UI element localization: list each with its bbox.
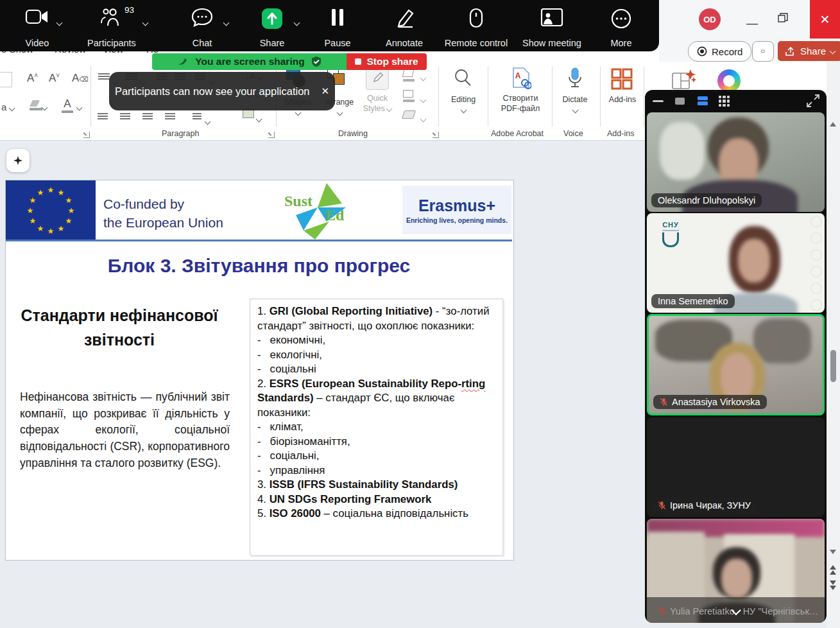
annotate-button[interactable]: Annotate [380,0,429,51]
scroll-down-arrow[interactable] [830,550,836,554]
university-logo: СНУ [662,221,679,249]
account-avatar[interactable]: OD [699,8,721,30]
create-pdf-button[interactable]: Створити PDF-файл [494,94,547,114]
restore-button[interactable] [778,13,788,26]
previous-slide-button[interactable] [830,565,836,575]
change-case-button[interactable]: a [1,101,14,112]
svg-text:★: ★ [68,206,75,215]
justify-button[interactable] [165,113,175,121]
font-dialog-launcher[interactable] [83,132,90,138]
shape-effects-button[interactable] [403,110,415,119]
video-tile-active[interactable]: Anastasiya Virkovska [647,314,825,415]
svg-text:Sust: Sust [284,193,313,209]
convert-smartart-chevron[interactable] [257,113,261,125]
align-center-button[interactable] [120,113,130,121]
share-screen-button[interactable]: Share [245,0,299,51]
panel-minimize-icon[interactable] [653,100,664,102]
show-meeting-button[interactable]: Show meeting [517,0,587,51]
video-tile-camera-off[interactable]: Ірина Чирак, ЗУНУ [647,417,825,517]
gallery-view-icon[interactable] [719,96,730,107]
shape-outline-chevron[interactable] [421,94,425,105]
list-item: 2. ESRS (European Sustainability Repo-rt… [257,377,495,421]
font-color-chevron[interactable] [77,101,81,113]
remote-control-button[interactable]: Remote control [439,0,513,51]
group-addins: Add-ins [607,129,634,138]
scrollbar[interactable] [827,62,840,628]
security-shield-icon[interactable] [311,56,321,67]
chat-icon [191,8,214,28]
pause-button[interactable]: Pause [317,0,358,51]
office-share-button[interactable]: Share [778,41,840,61]
sparkle-icon [13,156,22,165]
stop-share-button[interactable]: Stop share [347,53,427,70]
svg-text:★: ★ [65,196,73,205]
list-item: - біорізноманіття, [257,435,495,449]
next-slide-button[interactable] [830,580,836,590]
video-panel: Oleksandr Dluhopolskyi СНУ Inna Semenenk… [645,90,827,623]
strip-view-icon[interactable] [698,96,708,105]
shrink-font-button[interactable]: A˅ [49,72,60,85]
shape-effects-chevron[interactable] [421,113,425,125]
video-tile[interactable]: Yulia Peretiatko - НУ "Чернігівськ… [647,519,825,623]
show-meeting-icon [540,8,563,27]
collapse-panel-chevron[interactable] [732,605,739,616]
align-left-button[interactable] [98,113,108,121]
chat-button[interactable]: Chat [175,0,230,51]
video-button[interactable]: Video [12,0,63,51]
background-blob [753,318,811,363]
video-tile[interactable]: Oleksandr Dluhopolskyi [647,112,825,212]
comments-button[interactable] [752,41,774,62]
paragraph-dialog-launcher[interactable] [268,132,275,138]
divider [488,66,488,126]
list-item: - економічні, [257,333,495,348]
muted-mic-icon [658,501,666,510]
svg-text:★: ★ [47,227,55,236]
group-drawing: Drawing [338,129,368,138]
participant-name-label: Ірина Чирак, ЗУНУ [651,498,757,512]
quick-styles-button[interactable]: Quick Styles [357,94,398,114]
more-button[interactable]: More [601,0,642,51]
share-arrow-icon [785,46,796,57]
toast-close-icon[interactable]: ✕ [321,85,330,97]
convert-smartart-button[interactable] [243,109,254,118]
copilot-icon[interactable] [717,69,741,92]
list-item: - управління [257,464,495,478]
scrollbar-thumb[interactable] [830,350,836,382]
bullets-button[interactable] [98,73,110,81]
grow-font-button[interactable]: A˄ [27,72,38,85]
remote-control-icon [469,8,483,28]
drawing-dialog-launcher[interactable] [433,132,439,138]
columns-chevron[interactable] [205,116,210,127]
participants-button[interactable]: 93 Participants [76,0,148,51]
shape-outline-button[interactable] [403,90,415,102]
columns-button[interactable] [193,113,201,121]
designer-sparkle-button[interactable] [6,149,30,172]
font-size-box[interactable] [0,72,12,87]
highlight-chevron[interactable] [42,101,47,113]
video-tile[interactable]: СНУ Inna Semenenko [647,213,825,313]
muted-mic-icon [660,397,668,406]
speaker-view-icon[interactable] [675,98,685,105]
clear-formatting-button[interactable]: A⌫ [72,72,88,85]
shape-fill-button[interactable] [403,69,415,82]
addins-icon [611,68,633,92]
close-button[interactable]: ✕ [810,0,840,39]
scroll-up-arrow[interactable] [830,122,836,126]
divider [438,66,439,126]
font-color-button[interactable]: A [62,98,73,113]
dictate-button[interactable]: Dictate [557,95,593,115]
muted-mic-icon [658,607,666,616]
svg-text:★: ★ [37,188,44,197]
editing-button[interactable]: Editing [445,95,481,115]
shape-fill-chevron[interactable] [421,72,425,83]
svg-text:★: ★ [47,186,55,195]
expand-panel-icon[interactable] [806,94,820,108]
slide[interactable]: ★★★ ★★★ ★★★ ★★★ Co-funded bythe European… [5,180,514,561]
list-item: 5. ISO 26000 – соціальна відповідальніст… [257,507,495,521]
minimize-button[interactable]: — [739,17,765,30]
align-right-button[interactable] [142,113,153,121]
highlight-color-button[interactable] [30,100,42,110]
record-button[interactable]: Record [688,41,751,62]
participant-name-label: Inna Semenenko [651,294,735,308]
addins-button[interactable]: Add-ins [606,95,639,105]
